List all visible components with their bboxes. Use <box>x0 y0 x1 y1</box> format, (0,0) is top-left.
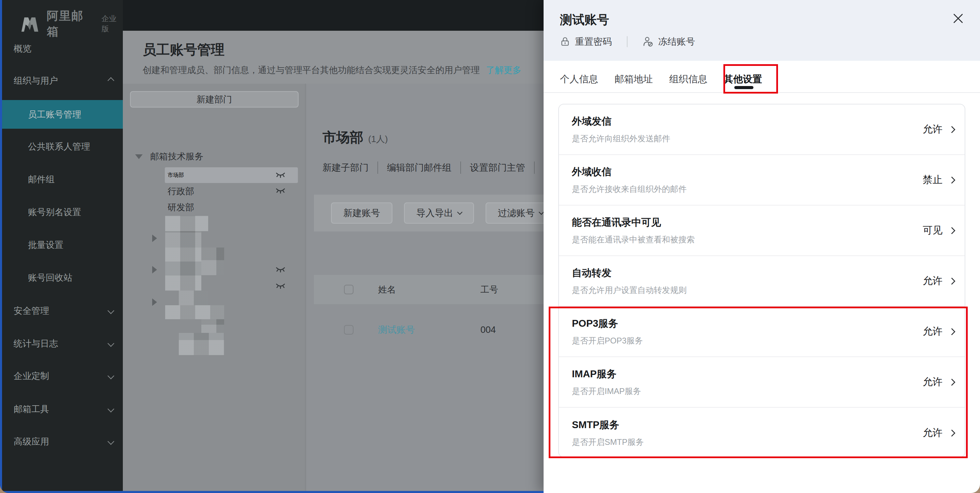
divider <box>627 36 627 47</box>
sidebar-item-org-users[interactable]: 组织与用户 <box>0 66 123 95</box>
caret-right-icon[interactable] <box>152 235 157 242</box>
redacted-department <box>179 333 224 355</box>
department-tree-panel: 新建部门 邮箱技术服务 市场部 行政部 研发部 <box>123 84 306 493</box>
chevron-down-icon <box>539 209 544 215</box>
redacted-department <box>165 305 224 319</box>
setting-row-visible-in-contacts[interactable]: 能否在通讯录中可见 是否能在通讯录中被查看和被搜索 可见 <box>559 206 965 256</box>
caret-right-icon[interactable] <box>152 298 157 306</box>
caret-down-icon[interactable] <box>135 154 143 159</box>
lock-icon <box>560 37 570 47</box>
import-export-button[interactable]: 导入导出 <box>404 203 474 223</box>
tab-mail-address[interactable]: 邮箱地址 <box>614 73 653 88</box>
chevron-down-icon <box>108 405 114 412</box>
sidebar-item-recycle-bin[interactable]: 账号回收站 <box>0 263 123 292</box>
setting-row-external-receive[interactable]: 外域收信 是否允许接收来自组织外的邮件 禁止 <box>559 155 965 206</box>
drawer-actions: 重置密码 冻结账号 <box>560 35 695 48</box>
setting-row-auto-forward[interactable]: 自动转发 是否允许用户设置自动转发规则 允许 <box>559 256 965 306</box>
reset-password-button[interactable]: 重置密码 <box>560 35 612 48</box>
sidebar-item-employee-accounts[interactable]: 员工账号管理 <box>0 100 123 129</box>
brand-edition: 企业版 <box>101 14 123 34</box>
closed-eye-icon[interactable] <box>276 283 285 289</box>
redacted-department <box>201 247 224 275</box>
setting-row-external-send[interactable]: 外域发信 是否允许向组织外发送邮件 允许 <box>559 104 965 155</box>
sidebar-item-security[interactable]: 安全管理 <box>0 296 123 325</box>
tree-item[interactable]: 行政部 <box>167 185 194 197</box>
chevron-right-icon <box>948 126 955 133</box>
chevron-down-icon <box>108 372 114 379</box>
set-dept-manager-link[interactable]: 设置部门主管 <box>461 161 535 174</box>
column-name: 姓名 <box>378 284 480 296</box>
sidebar: 阿里邮箱 企业版 概览 组织与用户 员工账号管理 公共联系人管理 邮件组 账号别… <box>0 0 123 493</box>
drawer-title: 测试账号 <box>560 11 609 28</box>
sidebar-item-stats-logs[interactable]: 统计与日志 <box>0 329 123 358</box>
edit-dept-mailgroup-link[interactable]: 编辑部门邮件组 <box>378 161 461 174</box>
sidebar-item-alias-settings[interactable]: 账号别名设置 <box>0 198 123 227</box>
chevron-right-icon <box>948 277 955 284</box>
department-title: 市场部 (1人) <box>323 128 388 147</box>
page-title: 员工账号管理 <box>143 40 224 59</box>
chevron-down-icon <box>108 307 114 314</box>
closed-eye-icon[interactable] <box>276 187 285 194</box>
tab-org-info[interactable]: 组织信息 <box>669 73 707 88</box>
annotation-border-bottom <box>0 491 544 493</box>
tree-item[interactable]: 研发部 <box>167 201 194 214</box>
closed-eye-icon[interactable] <box>276 172 285 179</box>
member-count: (1人) <box>368 133 388 145</box>
new-subdept-link[interactable]: 新建子部门 <box>323 161 378 174</box>
setting-value: 可见 <box>923 223 942 237</box>
annotation-box-service-settings <box>549 306 968 458</box>
app-window: 阿里邮箱 企业版 概览 组织与用户 员工账号管理 公共联系人管理 邮件组 账号别… <box>0 0 980 493</box>
sidebar-item-mail-tools[interactable]: 邮箱工具 <box>0 395 123 423</box>
sidebar-item-batch-settings[interactable]: 批量设置 <box>0 230 123 259</box>
sidebar-item-public-contacts[interactable]: 公共联系人管理 <box>0 132 123 161</box>
setting-value: 允许 <box>923 123 942 136</box>
chevron-down-icon <box>108 340 114 347</box>
freeze-account-button[interactable]: 冻结账号 <box>643 35 695 48</box>
chevron-down-icon <box>457 209 463 215</box>
user-prohibit-icon <box>643 36 654 47</box>
account-name-link[interactable]: 测试账号 <box>378 324 480 336</box>
sidebar-item-overview[interactable]: 概览 <box>0 34 123 63</box>
redacted-department <box>165 262 201 290</box>
chevron-up-icon <box>108 77 114 84</box>
redacted-department <box>165 231 201 247</box>
drawer-header: 测试账号 重置密码 <box>544 0 980 61</box>
setting-value: 禁止 <box>923 173 942 187</box>
new-department-button[interactable]: 新建部门 <box>130 91 299 107</box>
tab-personal-info[interactable]: 个人信息 <box>560 73 598 88</box>
row-checkbox[interactable] <box>344 325 353 335</box>
caret-right-icon[interactable] <box>152 266 157 273</box>
annotation-border-left <box>0 0 2 493</box>
redacted-department <box>179 290 208 305</box>
close-icon[interactable] <box>951 11 965 25</box>
page-description: 创建和管理成员、部门信息，通过与管理平台其他功能结合实现更灵活安全的用户管理了解… <box>143 64 522 76</box>
sidebar-item-mail-groups[interactable]: 邮件组 <box>0 165 123 193</box>
sidebar-item-enterprise-custom[interactable]: 企业定制 <box>0 362 123 390</box>
tree-root-item[interactable]: 邮箱技术服务 <box>135 150 204 163</box>
alimail-m-logo-icon <box>21 16 39 32</box>
select-all-checkbox[interactable] <box>344 285 353 294</box>
new-account-button[interactable]: 新建账号 <box>331 203 392 223</box>
closed-eye-icon[interactable] <box>276 266 285 273</box>
sidebar-item-advanced-apps[interactable]: 高级应用 <box>0 427 123 456</box>
annotation-box-other-settings-tab <box>724 64 778 94</box>
chevron-right-icon <box>948 227 955 234</box>
redacted-department <box>165 216 208 231</box>
learn-more-link[interactable]: 了解更多 <box>486 65 522 75</box>
chevron-down-icon <box>108 438 114 445</box>
setting-value: 允许 <box>923 274 942 288</box>
chevron-right-icon <box>948 176 955 183</box>
